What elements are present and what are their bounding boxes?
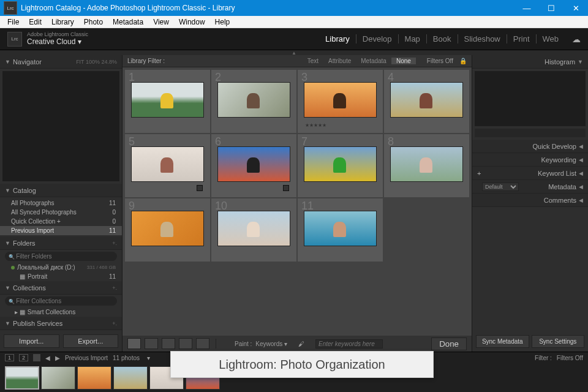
import-button[interactable]: Import... [4, 334, 59, 348]
grid-cell[interactable]: 7 [298, 134, 383, 197]
catalog-header[interactable]: ▼ Catalog [0, 184, 122, 197]
grid-cell[interactable]: 2 [211, 70, 296, 133]
minimize-button[interactable]: — [514, 0, 539, 16]
filmstrip-thumb[interactable] [41, 366, 75, 390]
filter-tab-none[interactable]: None [391, 58, 416, 64]
filter-tab-attribute[interactable]: Attribute [323, 58, 356, 64]
filter-tab-metadata[interactable]: Metadata [356, 58, 391, 64]
menu-view[interactable]: View [148, 18, 174, 26]
keyword-list-header[interactable]: + Keyword List ◀ [472, 167, 588, 180]
grid-view-button[interactable] [127, 338, 141, 349]
menu-file[interactable]: File [2, 18, 24, 26]
close-button[interactable]: ✕ [564, 0, 588, 16]
chevron-left-icon: ◀ [579, 197, 583, 203]
menu-metadata[interactable]: Metadata [108, 18, 148, 26]
folders-header[interactable]: ▼ Folders +. [0, 236, 122, 250]
collection-filter-input[interactable]: Filter Collections [5, 296, 117, 306]
filmstrip-thumb[interactable] [77, 366, 111, 390]
nav-back-icon[interactable]: ◀ [45, 355, 50, 361]
identity-plate: Lrc Adobe Lightroom Classic Creative Clo… [0, 28, 588, 50]
maximize-button[interactable]: ☐ [539, 0, 564, 16]
cloud-sync-icon[interactable]: ☁ [572, 34, 581, 44]
overlay-caption: Lightroom: Photo Organization [170, 351, 434, 378]
chevron-left-icon: ◀ [579, 143, 583, 149]
folder-filter-input[interactable]: Filter Folders [5, 252, 117, 261]
filter-status[interactable]: Filters Off [423, 58, 457, 64]
menu-edit[interactable]: Edit [24, 18, 47, 26]
quick-develop-header[interactable]: Quick Develop ◀ [472, 140, 588, 153]
metadata-header[interactable]: Default Metadata ◀ [472, 180, 588, 194]
chevron-right-icon: ▼ [5, 320, 10, 326]
sync-settings-button[interactable]: Sync Settings [532, 335, 585, 348]
comments-header[interactable]: Comments ◀ [472, 194, 588, 207]
add-folder-icon[interactable]: +. [112, 240, 117, 246]
top-reveal-arrow[interactable]: ▲ [0, 50, 588, 55]
grid-cell[interactable]: 9 [125, 198, 210, 262]
filmstrip-source[interactable]: Previous Import [65, 355, 108, 361]
library-filter-bar: Library Filter : TextAttributeMetadataNo… [123, 55, 472, 67]
keywords-input[interactable] [315, 339, 383, 349]
grid-cell[interactable]: 10 [211, 198, 296, 262]
grid-cell[interactable]: 3★★★★★ [298, 70, 383, 133]
catalog-item[interactable]: All Synced Photographs0 [0, 208, 122, 217]
right-panel-group: Histogram ▼ Quick Develop ◀ Keywording ◀… [472, 55, 588, 352]
monitor-2-icon[interactable]: 2 [19, 354, 28, 361]
menu-help[interactable]: Help [210, 18, 235, 26]
nav-fwd-icon[interactable]: ▶ [55, 355, 60, 361]
chevron-down-icon: ▼ [5, 59, 10, 65]
module-print[interactable]: Print [507, 34, 537, 43]
collections-header[interactable]: ▼ Collections +. [0, 281, 122, 295]
folder-row[interactable]: Локальный диск (D:)331 / 468 GB [0, 263, 122, 272]
module-develop[interactable]: Develop [356, 34, 399, 43]
grid-cell[interactable]: 8 [384, 134, 469, 197]
survey-view-button[interactable] [179, 338, 192, 349]
menu-library[interactable]: Library [47, 18, 79, 26]
smart-collections-row[interactable]: ▸ ▦Smart Collections [0, 307, 122, 317]
module-book[interactable]: Book [427, 34, 458, 43]
filmstrip-filter-value[interactable]: Filters Off [557, 355, 583, 361]
module-picker: LibraryDevelopMapBookSlideshowPrintWeb [319, 34, 565, 43]
module-slideshow[interactable]: Slideshow [458, 34, 507, 43]
grid-cell[interactable]: 6 [211, 134, 296, 197]
monitor-1-icon[interactable]: 1 [5, 354, 14, 361]
module-library[interactable]: Library [319, 34, 356, 43]
lrc-icon: Lrc [7, 32, 22, 47]
menu-photo[interactable]: Photo [79, 18, 108, 26]
filmstrip-thumb[interactable] [5, 366, 39, 390]
grid-cell[interactable]: 11 [298, 198, 383, 262]
navigator-zoom[interactable]: FIT 100% 24.8% [76, 59, 117, 65]
loupe-view-button[interactable] [145, 338, 158, 349]
menu-window[interactable]: Window [174, 18, 210, 26]
painter-mode[interactable]: Keywords ▾ [255, 341, 287, 347]
chevron-left-icon: ◀ [579, 184, 583, 190]
compare-view-button[interactable] [162, 338, 175, 349]
catalog-item[interactable]: Previous Import11 [0, 226, 122, 235]
people-view-button[interactable] [196, 338, 209, 349]
grid-cell[interactable]: 4 [384, 70, 469, 133]
histogram-header[interactable]: Histogram ▼ [472, 55, 588, 69]
catalog-item[interactable]: All Photographs11 [0, 198, 122, 208]
publish-services-header[interactable]: ▼ Publish Services +. [0, 317, 122, 330]
filter-lock-icon[interactable]: 🔒 [459, 58, 467, 64]
filmstrip-count: 11 photos [113, 355, 140, 361]
module-web[interactable]: Web [537, 34, 565, 43]
painter-brush-icon[interactable]: 🖌 [298, 341, 304, 347]
grid-cell[interactable]: 5 [125, 134, 210, 197]
navigator-preview[interactable] [2, 71, 119, 181]
add-collection-icon[interactable]: +. [112, 285, 117, 291]
navigator-header[interactable]: ▼ Navigator FIT 100% 24.8% [0, 55, 122, 69]
metadata-preset-select[interactable]: Default [482, 183, 519, 191]
keywording-header[interactable]: Keywording ◀ [472, 153, 588, 167]
done-button[interactable]: Done [431, 337, 467, 350]
catalog-item[interactable]: Quick Collection +0 [0, 217, 122, 226]
grid-mode-icon[interactable] [33, 354, 40, 361]
filmstrip-thumb[interactable] [113, 366, 148, 390]
filter-tab-text[interactable]: Text [303, 58, 323, 64]
grid-cell[interactable]: 1 [125, 70, 210, 133]
center-content: Library Filter : TextAttributeMetadataNo… [123, 55, 472, 352]
sync-metadata-button[interactable]: Sync Metadata [476, 335, 529, 348]
module-map[interactable]: Map [399, 34, 427, 43]
chevron-down-icon: ▼ [5, 285, 10, 291]
folder-row[interactable]: ▦Portrait11 [0, 272, 122, 281]
export-button[interactable]: Export... [63, 334, 119, 348]
